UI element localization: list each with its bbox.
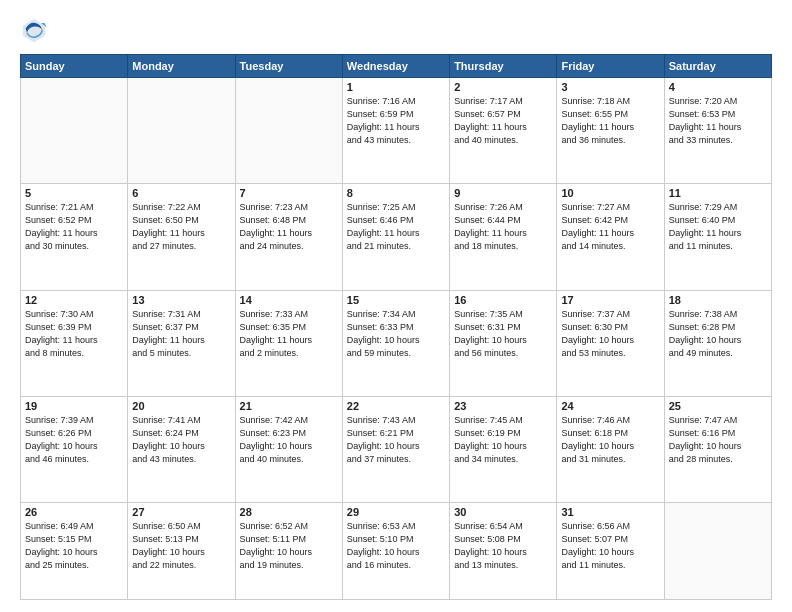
weekday-header-tuesday: Tuesday (235, 55, 342, 78)
day-info: Sunrise: 7:23 AM Sunset: 6:48 PM Dayligh… (240, 201, 338, 253)
day-info: Sunrise: 7:46 AM Sunset: 6:18 PM Dayligh… (561, 414, 659, 466)
day-number: 20 (132, 400, 230, 412)
day-number: 21 (240, 400, 338, 412)
day-info: Sunrise: 7:30 AM Sunset: 6:39 PM Dayligh… (25, 308, 123, 360)
calendar-cell: 30Sunrise: 6:54 AM Sunset: 5:08 PM Dayli… (450, 503, 557, 600)
day-number: 31 (561, 506, 659, 518)
weekday-header-friday: Friday (557, 55, 664, 78)
day-info: Sunrise: 6:50 AM Sunset: 5:13 PM Dayligh… (132, 520, 230, 572)
day-number: 3 (561, 81, 659, 93)
day-number: 26 (25, 506, 123, 518)
calendar-cell: 24Sunrise: 7:46 AM Sunset: 6:18 PM Dayli… (557, 396, 664, 502)
calendar-week-1: 5Sunrise: 7:21 AM Sunset: 6:52 PM Daylig… (21, 184, 772, 290)
day-number: 5 (25, 187, 123, 199)
calendar-cell (664, 503, 771, 600)
day-info: Sunrise: 7:21 AM Sunset: 6:52 PM Dayligh… (25, 201, 123, 253)
calendar-cell: 15Sunrise: 7:34 AM Sunset: 6:33 PM Dayli… (342, 290, 449, 396)
day-number: 11 (669, 187, 767, 199)
calendar-cell: 11Sunrise: 7:29 AM Sunset: 6:40 PM Dayli… (664, 184, 771, 290)
day-info: Sunrise: 7:22 AM Sunset: 6:50 PM Dayligh… (132, 201, 230, 253)
calendar-cell: 18Sunrise: 7:38 AM Sunset: 6:28 PM Dayli… (664, 290, 771, 396)
calendar-cell (128, 78, 235, 184)
calendar-cell: 10Sunrise: 7:27 AM Sunset: 6:42 PM Dayli… (557, 184, 664, 290)
day-info: Sunrise: 7:29 AM Sunset: 6:40 PM Dayligh… (669, 201, 767, 253)
day-info: Sunrise: 7:18 AM Sunset: 6:55 PM Dayligh… (561, 95, 659, 147)
day-number: 16 (454, 294, 552, 306)
calendar-week-3: 19Sunrise: 7:39 AM Sunset: 6:26 PM Dayli… (21, 396, 772, 502)
day-number: 25 (669, 400, 767, 412)
calendar-cell: 4Sunrise: 7:20 AM Sunset: 6:53 PM Daylig… (664, 78, 771, 184)
weekday-header-thursday: Thursday (450, 55, 557, 78)
page: SundayMondayTuesdayWednesdayThursdayFrid… (0, 0, 792, 612)
calendar-cell: 29Sunrise: 6:53 AM Sunset: 5:10 PM Dayli… (342, 503, 449, 600)
day-info: Sunrise: 7:16 AM Sunset: 6:59 PM Dayligh… (347, 95, 445, 147)
day-info: Sunrise: 6:49 AM Sunset: 5:15 PM Dayligh… (25, 520, 123, 572)
day-number: 6 (132, 187, 230, 199)
weekday-header-row: SundayMondayTuesdayWednesdayThursdayFrid… (21, 55, 772, 78)
calendar-cell: 20Sunrise: 7:41 AM Sunset: 6:24 PM Dayli… (128, 396, 235, 502)
day-info: Sunrise: 7:43 AM Sunset: 6:21 PM Dayligh… (347, 414, 445, 466)
day-info: Sunrise: 7:26 AM Sunset: 6:44 PM Dayligh… (454, 201, 552, 253)
day-info: Sunrise: 7:33 AM Sunset: 6:35 PM Dayligh… (240, 308, 338, 360)
calendar-cell: 7Sunrise: 7:23 AM Sunset: 6:48 PM Daylig… (235, 184, 342, 290)
day-number: 14 (240, 294, 338, 306)
calendar-body: 1Sunrise: 7:16 AM Sunset: 6:59 PM Daylig… (21, 78, 772, 600)
weekday-header-monday: Monday (128, 55, 235, 78)
day-number: 30 (454, 506, 552, 518)
header (20, 16, 772, 44)
day-number: 1 (347, 81, 445, 93)
day-info: Sunrise: 7:25 AM Sunset: 6:46 PM Dayligh… (347, 201, 445, 253)
calendar-header: SundayMondayTuesdayWednesdayThursdayFrid… (21, 55, 772, 78)
day-info: Sunrise: 7:35 AM Sunset: 6:31 PM Dayligh… (454, 308, 552, 360)
day-info: Sunrise: 6:56 AM Sunset: 5:07 PM Dayligh… (561, 520, 659, 572)
day-number: 4 (669, 81, 767, 93)
day-info: Sunrise: 7:20 AM Sunset: 6:53 PM Dayligh… (669, 95, 767, 147)
day-number: 2 (454, 81, 552, 93)
calendar-cell: 6Sunrise: 7:22 AM Sunset: 6:50 PM Daylig… (128, 184, 235, 290)
day-number: 7 (240, 187, 338, 199)
calendar-cell: 14Sunrise: 7:33 AM Sunset: 6:35 PM Dayli… (235, 290, 342, 396)
calendar-cell: 16Sunrise: 7:35 AM Sunset: 6:31 PM Dayli… (450, 290, 557, 396)
day-number: 29 (347, 506, 445, 518)
day-info: Sunrise: 6:53 AM Sunset: 5:10 PM Dayligh… (347, 520, 445, 572)
day-number: 24 (561, 400, 659, 412)
calendar-cell: 5Sunrise: 7:21 AM Sunset: 6:52 PM Daylig… (21, 184, 128, 290)
day-number: 18 (669, 294, 767, 306)
calendar-cell: 19Sunrise: 7:39 AM Sunset: 6:26 PM Dayli… (21, 396, 128, 502)
calendar-cell (235, 78, 342, 184)
calendar-cell: 21Sunrise: 7:42 AM Sunset: 6:23 PM Dayli… (235, 396, 342, 502)
calendar-cell: 3Sunrise: 7:18 AM Sunset: 6:55 PM Daylig… (557, 78, 664, 184)
day-number: 27 (132, 506, 230, 518)
day-number: 9 (454, 187, 552, 199)
calendar-cell: 25Sunrise: 7:47 AM Sunset: 6:16 PM Dayli… (664, 396, 771, 502)
calendar-cell (21, 78, 128, 184)
calendar-cell: 28Sunrise: 6:52 AM Sunset: 5:11 PM Dayli… (235, 503, 342, 600)
day-number: 28 (240, 506, 338, 518)
day-info: Sunrise: 6:52 AM Sunset: 5:11 PM Dayligh… (240, 520, 338, 572)
calendar-cell: 31Sunrise: 6:56 AM Sunset: 5:07 PM Dayli… (557, 503, 664, 600)
calendar-week-0: 1Sunrise: 7:16 AM Sunset: 6:59 PM Daylig… (21, 78, 772, 184)
day-number: 23 (454, 400, 552, 412)
calendar-cell: 23Sunrise: 7:45 AM Sunset: 6:19 PM Dayli… (450, 396, 557, 502)
day-info: Sunrise: 7:34 AM Sunset: 6:33 PM Dayligh… (347, 308, 445, 360)
weekday-header-sunday: Sunday (21, 55, 128, 78)
day-info: Sunrise: 7:41 AM Sunset: 6:24 PM Dayligh… (132, 414, 230, 466)
calendar-cell: 22Sunrise: 7:43 AM Sunset: 6:21 PM Dayli… (342, 396, 449, 502)
day-info: Sunrise: 7:38 AM Sunset: 6:28 PM Dayligh… (669, 308, 767, 360)
day-number: 10 (561, 187, 659, 199)
day-info: Sunrise: 7:45 AM Sunset: 6:19 PM Dayligh… (454, 414, 552, 466)
weekday-header-saturday: Saturday (664, 55, 771, 78)
calendar-cell: 17Sunrise: 7:37 AM Sunset: 6:30 PM Dayli… (557, 290, 664, 396)
day-info: Sunrise: 7:27 AM Sunset: 6:42 PM Dayligh… (561, 201, 659, 253)
day-number: 17 (561, 294, 659, 306)
logo-icon (20, 16, 48, 44)
calendar-cell: 8Sunrise: 7:25 AM Sunset: 6:46 PM Daylig… (342, 184, 449, 290)
day-info: Sunrise: 7:39 AM Sunset: 6:26 PM Dayligh… (25, 414, 123, 466)
day-number: 22 (347, 400, 445, 412)
day-info: Sunrise: 7:37 AM Sunset: 6:30 PM Dayligh… (561, 308, 659, 360)
day-number: 15 (347, 294, 445, 306)
calendar-cell: 12Sunrise: 7:30 AM Sunset: 6:39 PM Dayli… (21, 290, 128, 396)
day-number: 12 (25, 294, 123, 306)
calendar-cell: 26Sunrise: 6:49 AM Sunset: 5:15 PM Dayli… (21, 503, 128, 600)
day-number: 19 (25, 400, 123, 412)
